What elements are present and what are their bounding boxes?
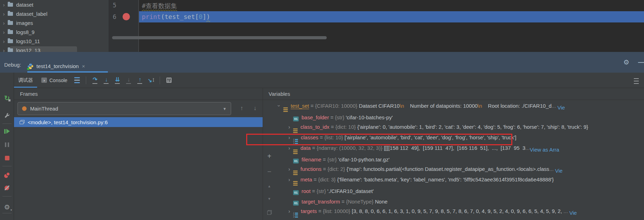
tab-debugger[interactable]: 调试器 (14, 73, 37, 88)
previous-frame-icon[interactable]: ↑ (240, 105, 243, 112)
horizontal-scrollbar[interactable] (112, 36, 327, 39)
chevron-right-icon[interactable]: › (0, 29, 8, 35)
chevron-collapsed-icon[interactable]: › (285, 166, 293, 172)
remove-watch-icon[interactable]: − (264, 166, 275, 177)
chevron-collapsed-icon[interactable]: › (285, 124, 293, 130)
variable-row-class_to_idx[interactable]: ›class_to_idx = {dict: 10} {'airplane': … (276, 123, 644, 134)
settings-gear-icon[interactable]: ⚙ (623, 58, 629, 66)
close-tab-icon[interactable]: × (82, 63, 85, 69)
restore-layout-icon[interactable] (71, 75, 83, 86)
variable-name: data (300, 145, 311, 151)
view-breakpoints-icon[interactable] (1, 169, 13, 180)
variable-row-meta[interactable]: ›meta = {dict: 3} {'filename': 'batches.… (276, 176, 644, 186)
pause-icon[interactable] (1, 139, 13, 150)
chevron-right-icon[interactable]: › (0, 48, 8, 52)
tree-item-logs10_11[interactable]: ›logs10_11 (0, 36, 109, 46)
code-line-5[interactable]: #查看数据集 (142, 2, 177, 10)
variable-row-filename[interactable]: 01filename = {str} 'cifar-10-python.tar.… (276, 155, 644, 165)
move-down-icon[interactable]: ▼ (264, 193, 275, 204)
folder-icon (8, 48, 13, 52)
chevron-collapsed-icon[interactable]: › (285, 176, 293, 182)
variable-value-token: {dict: 2} (327, 166, 346, 172)
folder-icon (8, 3, 13, 7)
variable-row-base_folder[interactable]: 01base_folder = {str} 'cifar-10-batches-… (276, 113, 644, 123)
chevron-collapsed-icon[interactable]: › (285, 208, 293, 214)
divider (2, 196, 12, 196)
equals-sign: = (309, 103, 315, 109)
variable-value-token: [[[[158 112 49], [159 111 47], [165 116 … (384, 145, 525, 151)
variable-row-target_transform[interactable]: 01target_transform = {NoneType} None (276, 197, 644, 207)
chevron-right-icon[interactable]: › (0, 2, 8, 7)
hide-panel-icon[interactable]: — (638, 59, 644, 66)
layout-settings-icon[interactable] (631, 75, 642, 87)
evaluate-expression-icon[interactable] (163, 75, 174, 86)
step-over-icon[interactable]: ↷ (89, 75, 101, 86)
step-out-block-icon[interactable]: ↓ (123, 75, 134, 86)
thread-selector[interactable]: MainThread ▼ (18, 102, 231, 115)
code-token: ) (206, 13, 210, 20)
debug-label: Debug: (4, 62, 21, 68)
stack-frame-row[interactable]: <module>, test14_torchvision.py:6 (14, 117, 263, 127)
debugger-toolbar: 调试器 › Console ↷↓⇊↓↑↘I (14, 73, 644, 88)
resume-icon[interactable] (1, 126, 13, 137)
breakpoint-icon[interactable] (123, 13, 130, 20)
duplicate-icon[interactable] (264, 207, 275, 218)
tree-item-label: logs10_11 (16, 38, 40, 44)
variable-row-root[interactable]: 01root = {str} './CIFAR10_dataset' (276, 186, 644, 197)
variable-content: 01base_folder = {str} 'cifar-10-batches-… (285, 114, 393, 121)
list-icon (293, 139, 298, 144)
line-number-6: 6 (113, 13, 116, 20)
equals-sign: = (311, 188, 317, 194)
tree-item-images[interactable]: ›images (0, 18, 109, 27)
move-up-icon[interactable]: ▲ (264, 181, 275, 191)
chevron-collapsed-icon[interactable]: › (285, 134, 293, 140)
variable-value-token: ['airplane', 'automobile', 'bird', 'cat'… (345, 134, 517, 140)
view-link[interactable]: Vie (568, 210, 577, 216)
code-line-6[interactable]: print(test_set[0]) (142, 13, 210, 20)
wrench-icon[interactable] (1, 110, 13, 121)
force-step-into-icon[interactable]: ⇊ (112, 75, 123, 86)
tree-item-dataset_label[interactable]: ›dataset_label (0, 9, 109, 18)
chevron-expanded-icon[interactable]: › (276, 103, 282, 108)
step-into-icon[interactable]: ↓ (101, 75, 112, 86)
chevron-collapsed-icon[interactable]: › (285, 145, 293, 151)
editor-gutter[interactable]: 5 6 (109, 0, 139, 52)
rerun-icon[interactable]: ↻ (1, 93, 13, 104)
view-link[interactable]: Vie (556, 105, 565, 111)
stop-icon[interactable] (1, 152, 13, 164)
tab-console[interactable]: › Console (37, 73, 71, 88)
code-editor[interactable]: #查看数据集 print(test_set[0]) (139, 0, 644, 52)
run-to-cursor-icon[interactable]: ↘I (145, 75, 157, 86)
chevron-right-icon[interactable]: › (0, 39, 8, 44)
chevron-spacer (285, 156, 293, 162)
mute-breakpoints-icon[interactable] (1, 182, 13, 194)
settings-gear-icon[interactable]: ⚙▾ (1, 201, 13, 213)
variable-row-targets[interactable]: ›targets = {list: 10000} [3, 8, 8, 0, 6,… (276, 207, 644, 218)
variable-name: classes (301, 134, 318, 140)
view-link[interactable]: Vie (554, 168, 563, 174)
project-tree[interactable]: ›dataset›dataset_label›images›logs8_9›lo… (0, 0, 109, 52)
tree-item-logs8_9[interactable]: ›logs8_9 (0, 27, 109, 36)
variable-name: filename (302, 156, 321, 162)
chevron-spacer (285, 188, 293, 194)
frame-description: <module>, test14_torchvision.py:6 (28, 119, 108, 125)
tree-item-logs12_13[interactable]: ›logs12_13 (0, 46, 109, 52)
debug-session-tab[interactable]: test14_torchvision × (27, 60, 108, 73)
tree-item-label: dataset (16, 2, 33, 8)
variables-tree[interactable]: ›test_set = {CIFAR10: 10000} Dataset CIF… (276, 102, 644, 220)
variable-row-classes[interactable]: ›classes = {list: 10} ['airplane', 'auto… (276, 134, 644, 144)
next-frame-icon[interactable]: ↓ (254, 105, 257, 112)
tree-item-dataset[interactable]: ›dataset (0, 0, 109, 9)
chevron-right-icon[interactable]: › (0, 11, 8, 16)
add-watch-icon[interactable]: + (264, 151, 275, 161)
tab-console-label: Console (49, 78, 67, 83)
variable-content: 01filename = {str} 'cifar-10-python.tar.… (285, 156, 389, 164)
step-out-icon[interactable]: ↑ (134, 75, 145, 86)
variable-row-functions[interactable]: ›functions = {dict: 2} {'map': functools… (276, 165, 644, 176)
variable-row-data[interactable]: ›data = {ndarray: (10000, 32, 32, 3)} [[… (276, 144, 644, 155)
debug-left-toolbar: ↻⚙▾ (0, 73, 14, 220)
variable-row-test_set[interactable]: ›test_set = {CIFAR10: 10000} Dataset CIF… (276, 102, 644, 113)
view-link[interactable]: View as Arra (530, 147, 559, 153)
variable-name: targets (301, 208, 317, 214)
chevron-right-icon[interactable]: › (0, 20, 8, 26)
